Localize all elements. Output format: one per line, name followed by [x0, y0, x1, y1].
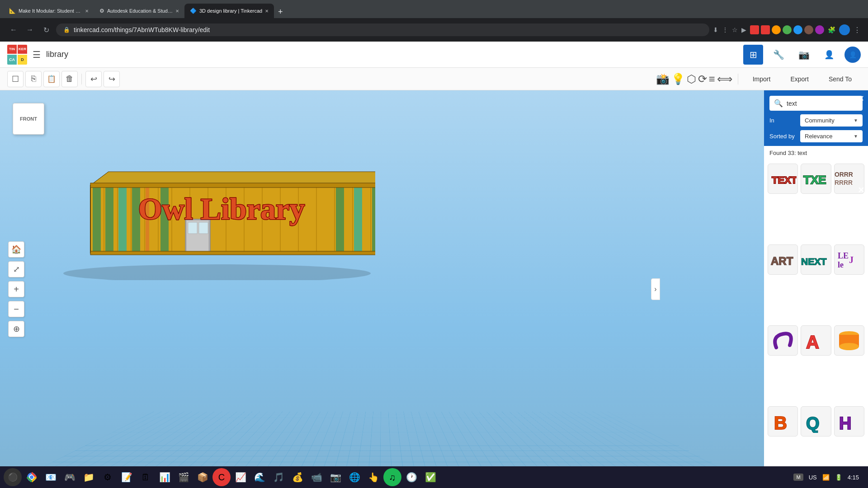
- ext-2[interactable]: [761, 25, 770, 34]
- taskbar-icon-settings[interactable]: ⚙: [99, 468, 117, 486]
- close-panel-button[interactable]: ✕: [858, 186, 864, 195]
- taskbar-icon-chrome[interactable]: [23, 468, 41, 486]
- panel-collapse-button[interactable]: ›: [651, 278, 660, 300]
- shape-item-10[interactable]: B: [768, 406, 798, 436]
- ext-6[interactable]: [804, 25, 813, 34]
- search-bar[interactable]: 🔍: [769, 96, 863, 111]
- taskbar-icon-wave[interactable]: 🌊: [250, 468, 269, 486]
- shape-item-6[interactable]: LE le J: [834, 244, 864, 275]
- taskbar-icon-slides[interactable]: 🎬: [175, 468, 193, 486]
- tab-3[interactable]: 🔷 3D design library | Tinkercad ✕: [184, 4, 274, 18]
- tab-bar: 📐 Make It Modular: Student Design... ✕ ⚙…: [0, 0, 868, 18]
- taskbar-icon-analytics[interactable]: 📈: [231, 468, 250, 486]
- taskbar-icon-play[interactable]: 🎮: [61, 468, 79, 486]
- redo-button[interactable]: ↪: [104, 71, 120, 87]
- tinkercad-logo[interactable]: TIN KER CA D: [7, 45, 27, 65]
- svg-text:Q: Q: [806, 414, 820, 433]
- light-icon[interactable]: 💡: [671, 73, 685, 85]
- new-tab-button[interactable]: +: [274, 5, 287, 18]
- shape-item-9[interactable]: [834, 325, 864, 356]
- tab-2[interactable]: ⚙ Autodesk Education & Student A... ✕: [94, 4, 184, 18]
- bookmark-icon[interactable]: ☆: [732, 26, 738, 33]
- export-button[interactable]: Export: [781, 72, 817, 86]
- account-button[interactable]: 👤: [819, 45, 839, 65]
- cast-icon[interactable]: ▶: [741, 26, 746, 33]
- canvas-area[interactable]: FRONT 🏠 ⤢ + − ⊕: [0, 90, 764, 488]
- in-filter-dropdown[interactable]: Community ▼: [800, 114, 863, 127]
- delete-button[interactable]: 🗑: [61, 71, 78, 87]
- grid-view-button[interactable]: ⊞: [743, 45, 763, 65]
- shape-item-12[interactable]: H: [834, 406, 864, 436]
- taskbar-icon-drive[interactable]: 📦: [193, 468, 212, 486]
- taskbar-icon-touch[interactable]: 👆: [364, 468, 382, 486]
- home-view-button[interactable]: 🏠: [8, 241, 24, 258]
- tab-3-close[interactable]: ✕: [265, 9, 269, 14]
- shape-item-8[interactable]: A: [801, 325, 831, 356]
- shape-item-7[interactable]: [768, 325, 798, 356]
- fit-view-button[interactable]: ⤢: [8, 261, 24, 277]
- taskbar-icon-camera[interactable]: 📷: [326, 468, 344, 486]
- ext-4[interactable]: [783, 25, 792, 34]
- taskbar-icon-sheets[interactable]: 📊: [156, 468, 174, 486]
- camera-icon[interactable]: 📸: [656, 73, 670, 85]
- taskbar-icon-gmail[interactable]: 📧: [42, 468, 60, 486]
- menu-toggle-icon[interactable]: ☰: [33, 49, 41, 60]
- copy-button[interactable]: ⎘: [25, 71, 42, 87]
- shape-item-4[interactable]: ART: [768, 244, 798, 275]
- profile-button[interactable]: 👤: [839, 24, 850, 35]
- tab-1-close[interactable]: ✕: [85, 9, 89, 14]
- align-icon[interactable]: ≡: [709, 73, 715, 85]
- tools-button[interactable]: 🔧: [769, 45, 788, 65]
- taskbar-icon-calendar[interactable]: 🗓: [137, 468, 155, 486]
- send-to-button[interactable]: Send To: [820, 72, 861, 86]
- taskbar-icon-spotify[interactable]: ♫: [383, 468, 401, 486]
- browser-menu[interactable]: ⋮: [854, 26, 861, 34]
- undo-button[interactable]: ↩: [85, 71, 102, 87]
- logo-tin: TIN: [7, 45, 17, 54]
- ext-7[interactable]: [815, 25, 824, 34]
- sortby-filter-dropdown[interactable]: Relevance ▼: [800, 130, 863, 142]
- shape-icon[interactable]: ⬡: [687, 73, 696, 85]
- ext-3[interactable]: [772, 25, 781, 34]
- taskbar-icon-money[interactable]: 💰: [288, 468, 307, 486]
- taskbar-icon-power[interactable]: ⚫: [4, 468, 22, 486]
- create-button[interactable]: ☐: [7, 71, 24, 87]
- ext-5[interactable]: [793, 25, 802, 34]
- tab-2-close[interactable]: ✕: [175, 9, 179, 14]
- taskbar-icon-clock[interactable]: 🕐: [402, 468, 420, 486]
- community-option: Community: [805, 117, 835, 124]
- forward-button[interactable]: →: [24, 23, 36, 36]
- zoom-out-button[interactable]: −: [8, 301, 24, 317]
- ext-1[interactable]: [750, 25, 759, 34]
- back-button[interactable]: ←: [7, 23, 20, 36]
- taskbar-icon-docs[interactable]: 📝: [118, 468, 136, 486]
- shape-item-1[interactable]: TEXT: [768, 164, 798, 194]
- view-button[interactable]: 📷: [794, 45, 814, 65]
- extensions-button[interactable]: 🧩: [828, 26, 835, 33]
- close-search-button[interactable]: ✕: [858, 94, 864, 103]
- mirror-icon[interactable]: ⟺: [717, 73, 732, 85]
- taskbar-icon-cc[interactable]: C: [212, 468, 231, 486]
- shape-item-5[interactable]: NEXT: [801, 244, 831, 275]
- download-icon[interactable]: ⬇: [713, 26, 718, 33]
- share-icon[interactable]: ⋮: [722, 26, 728, 33]
- shape-item-11[interactable]: Q: [801, 406, 831, 436]
- taskbar-icon-meet[interactable]: 📹: [307, 468, 326, 486]
- rotate-icon[interactable]: ⟳: [698, 73, 707, 85]
- zoom-in-button[interactable]: +: [8, 281, 24, 297]
- svg-rect-21: [93, 186, 101, 252]
- paste-button[interactable]: 📋: [43, 71, 60, 87]
- taskbar-icon-files[interactable]: 📁: [80, 468, 98, 486]
- taskbar-icon-music[interactable]: 🎵: [269, 468, 288, 486]
- import-button[interactable]: Import: [744, 72, 780, 86]
- shape-item-2[interactable]: TXE: [801, 164, 831, 194]
- taskbar-icon-check[interactable]: ✅: [421, 468, 439, 486]
- refresh-button[interactable]: ↻: [40, 23, 52, 36]
- url-bar[interactable]: 🔒 tinkercad.com/things/7AbnWTub8KW-libra…: [56, 23, 709, 36]
- taskbar-icon-browser2[interactable]: 🌐: [345, 468, 363, 486]
- search-input[interactable]: [787, 100, 866, 107]
- user-avatar[interactable]: 👤: [844, 47, 861, 63]
- lock-icon: 🔒: [63, 27, 70, 33]
- tab-1[interactable]: 📐 Make It Modular: Student Design... ✕: [4, 4, 94, 18]
- orient-button[interactable]: ⊕: [8, 321, 24, 337]
